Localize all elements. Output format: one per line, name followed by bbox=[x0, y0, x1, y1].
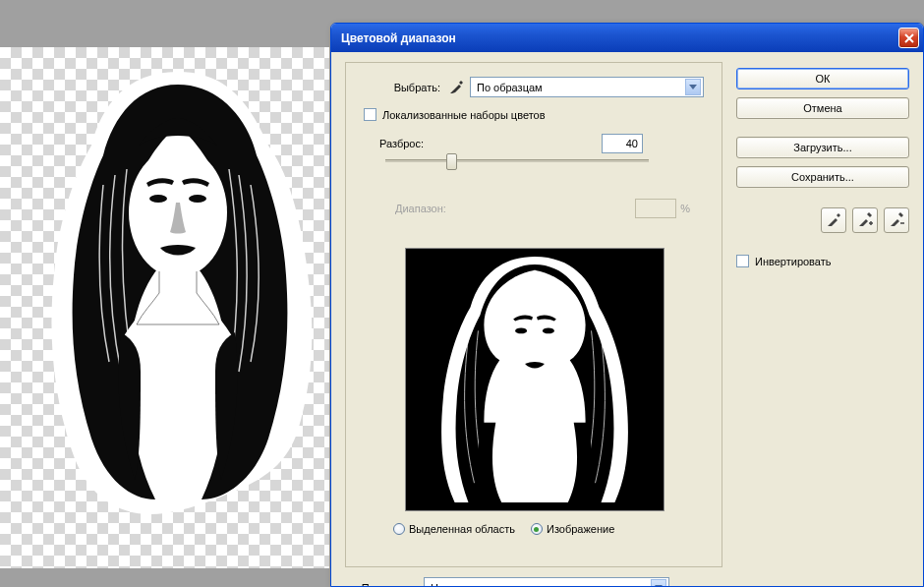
close-button[interactable] bbox=[898, 28, 919, 48]
dialog-right-column: ОК Отмена Загрузить... Сохранить... bbox=[736, 68, 909, 267]
svg-point-1 bbox=[149, 195, 167, 203]
invert-checkbox[interactable] bbox=[736, 255, 749, 267]
svg-point-6 bbox=[543, 327, 554, 333]
preview-mode-radios: Выделенная область Изображение bbox=[393, 523, 614, 535]
eyedropper-minus-icon bbox=[889, 212, 904, 228]
localized-sets-row: Локализованные наборы цветов bbox=[364, 108, 546, 121]
preview-select-label: Просмотр: bbox=[345, 582, 414, 588]
eyedropper-subtract-tool[interactable] bbox=[884, 207, 909, 233]
localized-sets-label: Локализованные наборы цветов bbox=[382, 109, 546, 121]
close-icon bbox=[904, 33, 914, 43]
select-label: Выбрать: bbox=[370, 82, 440, 93]
invert-label: Инвертировать bbox=[755, 256, 831, 267]
range-input bbox=[635, 199, 676, 218]
slider-track bbox=[385, 159, 649, 162]
select-row: Выбрать: По образцам bbox=[370, 77, 704, 97]
preview-select-row: Просмотр: Не показывать bbox=[345, 577, 669, 587]
svg-point-5 bbox=[515, 327, 527, 333]
range-label: Диапазон: bbox=[395, 203, 446, 214]
cancel-button[interactable]: Отмена bbox=[736, 97, 909, 119]
radio-icon bbox=[393, 523, 405, 535]
dialog-title: Цветовой диапазон bbox=[341, 31, 456, 45]
localized-sets-checkbox[interactable] bbox=[364, 108, 376, 121]
range-unit: % bbox=[680, 203, 690, 214]
svg-point-2 bbox=[189, 195, 206, 203]
slider-thumb[interactable] bbox=[446, 153, 457, 170]
options-group: Выбрать: По образцам Локализованные набо… bbox=[345, 62, 722, 567]
select-dropdown[interactable]: По образцам bbox=[470, 77, 704, 97]
range-row: Диапазон: % bbox=[395, 199, 690, 218]
selection-preview[interactable] bbox=[405, 248, 664, 511]
eyedropper-icon bbox=[826, 212, 841, 228]
fuzziness-label: Разброс: bbox=[379, 138, 497, 149]
save-button[interactable]: Сохранить... bbox=[736, 166, 909, 188]
preview-image bbox=[406, 249, 664, 510]
document-canvas[interactable] bbox=[0, 47, 329, 568]
fuzziness-slider[interactable] bbox=[385, 159, 649, 162]
fuzziness-row: Разброс: 40 bbox=[379, 134, 684, 153]
radio-image-label: Изображение bbox=[547, 523, 614, 535]
radio-image[interactable]: Изображение bbox=[531, 523, 614, 535]
ok-button[interactable]: ОК bbox=[736, 68, 909, 89]
preview-select-value: Не показывать bbox=[431, 582, 505, 588]
chevron-down-icon bbox=[651, 579, 666, 587]
chevron-down-icon bbox=[685, 79, 701, 95]
fuzziness-input[interactable]: 40 bbox=[602, 134, 643, 153]
eyedropper-add-tool[interactable] bbox=[852, 207, 878, 233]
radio-selection[interactable]: Выделенная область bbox=[393, 523, 515, 535]
select-value: По образцам bbox=[477, 82, 543, 93]
color-range-dialog: Цветовой диапазон Выбрать: По образцам bbox=[330, 23, 924, 587]
eyedropper-icon bbox=[448, 80, 464, 95]
dialog-titlebar[interactable]: Цветовой диапазон bbox=[331, 24, 923, 52]
canvas-image bbox=[32, 67, 322, 519]
invert-row: Инвертировать bbox=[736, 255, 909, 267]
eyedropper-plus-icon bbox=[857, 212, 873, 228]
dialog-body: Выбрать: По образцам Локализованные набо… bbox=[331, 52, 923, 586]
preview-select-dropdown[interactable]: Не показывать bbox=[424, 577, 669, 587]
radio-icon bbox=[531, 523, 543, 535]
eyedropper-tool[interactable] bbox=[821, 207, 846, 233]
svg-point-4 bbox=[497, 292, 571, 385]
eyedropper-tools bbox=[736, 207, 909, 233]
load-button[interactable]: Загрузить... bbox=[736, 137, 909, 158]
radio-selection-label: Выделенная область bbox=[409, 523, 515, 535]
